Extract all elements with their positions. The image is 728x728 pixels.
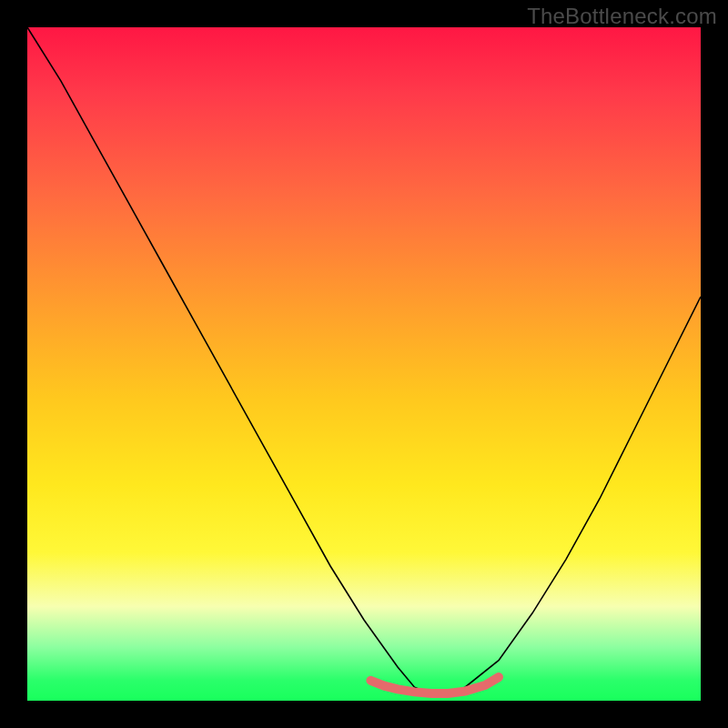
- chart-container: TheBottleneck.com: [0, 0, 728, 728]
- watermark-text: TheBottleneck.com: [527, 4, 717, 29]
- optimal-range-highlight: [370, 677, 499, 693]
- bottleneck-curve: [27, 27, 701, 694]
- chart-svg: [27, 27, 701, 701]
